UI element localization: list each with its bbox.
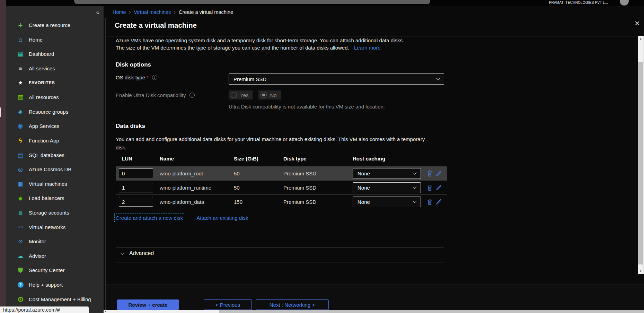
sidebar-item-label: Home (29, 37, 43, 43)
breadcrumb-home[interactable]: Home (113, 9, 126, 15)
edit-pencil-icon[interactable] (436, 170, 442, 176)
sidebar-item-all-resources[interactable]: ▦ All resources (6, 90, 104, 105)
edit-pencil-icon[interactable] (436, 199, 442, 205)
sidebar-item-label: All services (29, 66, 55, 71)
horizontal-scrollbar-thumb[interactable] (219, 310, 644, 313)
sidebar-item-label: Virtual networks (29, 224, 65, 230)
ultra-yes-radio[interactable]: Yes (229, 90, 253, 99)
sidebar-item-all-services[interactable]: ≡ All services (6, 61, 104, 76)
radio-unselected-icon (231, 92, 237, 98)
advanced-expander[interactable]: Advanced (121, 250, 154, 257)
sidebar-item-create-a-resource[interactable]: + Create a resource (6, 18, 104, 33)
gauge-icon: ⊙ (17, 238, 24, 245)
learn-more-link[interactable]: Learn more (354, 45, 381, 51)
table-row: wmo-platform_runtime 50 Premium SSD None (116, 181, 447, 195)
intro-text: Azure VMs have one operating system disk… (116, 37, 497, 51)
azure-portal-screen: PRAMATI TECHNOLOGIES PVT L... « + Create… (0, 0, 644, 313)
chevron-down-icon (413, 171, 416, 174)
sidebar-item-app-services[interactable]: ◉ App Services (6, 119, 104, 133)
sidebar-item-dashboard[interactable]: ▦ Dashboard (6, 47, 104, 61)
sidebar-item-virtual-machines[interactable]: ▣ Virtual machines (6, 177, 104, 191)
disk-size: 50 (234, 185, 283, 191)
disk-name: wmo-platform_data (160, 199, 234, 205)
wizard-footer: Review + create < Previous Next : Networ… (106, 285, 644, 313)
close-icon[interactable]: × (635, 19, 640, 28)
sidebar-item-label: Load balancers (29, 195, 64, 201)
disk-options-heading: Disk options (116, 61, 151, 68)
planet-icon: ◎ (17, 166, 24, 173)
scroll-left-icon[interactable]: ◄ (104, 310, 107, 313)
global-search-bar[interactable] (74, 0, 430, 4)
sidebar-item-label: Storage accounts (29, 210, 69, 216)
home-icon: ⌂ (17, 36, 24, 43)
lun-input[interactable] (119, 183, 153, 192)
trash-icon[interactable] (427, 199, 433, 205)
sidebar-item-home[interactable]: ⌂ Home (6, 33, 104, 47)
disk-type: Premium SSD (283, 199, 353, 205)
sidebar-item-label: App Services (29, 123, 59, 129)
column-header-disk-type: Disk type (283, 156, 353, 162)
scroll-down-icon[interactable]: ▼ (638, 268, 644, 274)
chevron-down-icon (436, 76, 440, 80)
sidebar-collapse-button[interactable]: « (96, 9, 99, 16)
sidebar-item-virtual-networks[interactable]: ‹··› Virtual networks (6, 220, 104, 234)
trash-icon[interactable] (427, 184, 433, 191)
sidebar-item-advisor[interactable]: ☁ Advisor (6, 249, 104, 263)
blade-scroll-area: Azure VMs have one operating system disk… (106, 36, 638, 274)
divider (116, 247, 444, 247)
lun-input[interactable] (119, 197, 153, 207)
grid-icon: ▦ (17, 94, 24, 101)
sidebar-item-label: Virtual machines (29, 181, 67, 187)
status-bar-url-tooltip: https://portal.azure.com/# (0, 306, 89, 313)
info-icon[interactable]: i (189, 93, 195, 98)
required-asterisk: * (147, 75, 149, 80)
sidebar-item-cost-management[interactable]: $ Cost Management + Billing (6, 292, 104, 306)
sidebar-item-label: Advisor (29, 253, 46, 259)
sidebar-item-help-support[interactable]: ? Help + support (6, 278, 104, 292)
next-networking-button[interactable]: Next : Networking > (256, 299, 329, 310)
sidebar-item-sql-databases[interactable]: ▤ SQL databases (6, 148, 104, 162)
sidebar-item-resource-groups[interactable]: ◈ Resource groups (6, 105, 104, 119)
sidebar-item-label: Azure Cosmos DB (29, 166, 71, 172)
sidebar-item-azure-cosmos-db[interactable]: ◎ Azure Cosmos DB (6, 162, 104, 177)
favorites-label: FAVORITES (29, 80, 55, 85)
sidebar-item-load-balancers[interactable]: ◆ Load balancers (6, 191, 104, 206)
cube-icon: ◈ (17, 108, 24, 115)
host-caching-select[interactable]: None (353, 197, 421, 207)
scroll-up-icon[interactable]: ▲ (638, 36, 644, 41)
info-icon[interactable]: i (152, 75, 157, 80)
monitor-icon: ▣ (17, 180, 24, 187)
breadcrumb-virtual-machines[interactable]: Virtual machines (134, 9, 171, 15)
column-header-lun: LUN (116, 156, 160, 162)
page-title: Create a virtual machine (115, 21, 197, 29)
previous-button[interactable]: < Previous (204, 299, 252, 310)
create-vm-blade: Create a virtual machine × Azure VMs hav… (105, 18, 644, 313)
sidebar-item-storage-accounts[interactable]: ≣ Storage accounts (6, 206, 104, 220)
stack-icon: ≣ (17, 209, 24, 216)
breadcrumb: Home › Virtual machines › Create a virtu… (104, 6, 233, 18)
create-attach-new-disk-link[interactable]: Create and attach a new disk (116, 215, 183, 221)
sidebar-item-label: Function App (29, 138, 59, 144)
review-create-button[interactable]: Review + create (117, 299, 179, 310)
chevron-down-icon (120, 251, 125, 255)
host-caching-select[interactable]: None (353, 182, 421, 193)
horizontal-scrollbar[interactable]: ◄ (104, 310, 644, 313)
disk-actions: Create and attach a new disk Attach an e… (116, 215, 248, 221)
host-caching-select[interactable]: None (353, 168, 421, 179)
vertical-scrollbar[interactable]: ▲ ▼ (638, 36, 644, 274)
sidebar-item-function-app[interactable]: ϟ Function App (6, 133, 104, 148)
sidebar-item-monitor[interactable]: ⊙ Monitor (6, 234, 104, 249)
sidebar-item-security-center[interactable]: Security Center (6, 263, 104, 278)
os-disk-type-select[interactable]: Premium SSD (229, 73, 444, 85)
vertical-scrollbar-thumb[interactable] (638, 62, 643, 264)
sidebar-item-label: Help + support (29, 282, 63, 288)
sidebar: « + Create a resource ⌂ Home ▦ Dashboard… (6, 6, 104, 313)
attach-existing-disk-link[interactable]: Attach an existing disk (196, 215, 248, 221)
column-header-size: Size (GiB) (234, 156, 283, 162)
ultra-no-radio[interactable]: No (258, 90, 281, 99)
avatar[interactable] (620, 0, 629, 6)
lun-input[interactable] (119, 168, 153, 178)
trash-icon[interactable] (427, 170, 433, 177)
table-row: wmo-platform_data 150 Premium SSD None (116, 195, 447, 209)
edit-pencil-icon[interactable] (436, 184, 442, 191)
